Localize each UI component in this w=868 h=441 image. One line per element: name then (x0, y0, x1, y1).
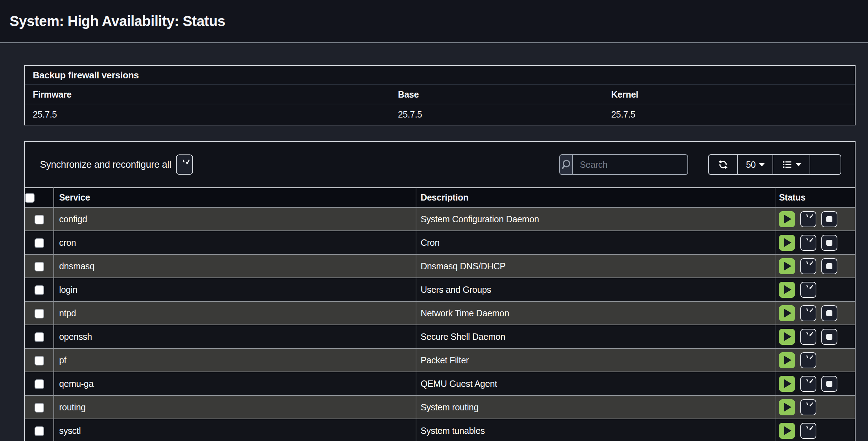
service-name: sysctl (54, 419, 416, 441)
caret-down-icon (796, 163, 801, 166)
service-description: System Configuration Daemon (416, 207, 775, 231)
service-description: Cron (416, 231, 775, 254)
row-checkbox[interactable] (35, 238, 44, 248)
start-service-button[interactable] (779, 282, 795, 298)
select-all-checkbox[interactable] (25, 193, 35, 203)
service-name: qemu-ga (54, 372, 416, 395)
rotate-right-icon (180, 160, 189, 170)
search-input[interactable] (573, 155, 688, 174)
services-table-body: configd System Configuration Daemon (25, 207, 855, 441)
stop-icon (826, 263, 832, 269)
grid-button-group: 50 (708, 154, 841, 175)
start-service-button[interactable] (779, 305, 795, 321)
rotate-right-icon (804, 214, 813, 224)
services-table: Service Description Status configd Syste… (25, 187, 855, 441)
stop-service-button[interactable] (821, 258, 837, 274)
restart-service-button[interactable] (800, 423, 816, 439)
column-header-status: Status (775, 188, 855, 207)
versions-value-kernel: 25.7.5 (603, 104, 855, 125)
toolbar-empty-segment (810, 155, 841, 174)
restart-service-button[interactable] (800, 258, 816, 274)
service-name: pf (54, 348, 416, 372)
play-icon (784, 426, 791, 435)
stop-icon (826, 334, 832, 340)
stop-icon (826, 310, 832, 316)
start-service-button[interactable] (779, 329, 795, 345)
start-service-button[interactable] (779, 423, 795, 439)
service-name: routing (54, 395, 416, 419)
page-header: System: High Availability: Status (0, 0, 868, 43)
restart-service-button[interactable] (800, 376, 816, 392)
versions-value-firmware: 25.7.5 (25, 104, 390, 125)
service-name: dnsmasq (54, 254, 416, 278)
play-icon (784, 262, 791, 270)
list-icon (782, 160, 792, 170)
play-icon (784, 403, 791, 411)
services-panel: Synchronize and reconfigure all (24, 141, 856, 441)
row-checkbox[interactable] (35, 379, 44, 389)
rotate-right-icon (804, 238, 813, 247)
stop-service-button[interactable] (821, 329, 837, 345)
row-checkbox[interactable] (35, 215, 44, 224)
versions-panel: Backup firewall versions Firmware Base K… (24, 65, 856, 125)
restart-service-button[interactable] (800, 235, 816, 251)
column-header-service[interactable]: Service (54, 188, 416, 207)
play-icon (784, 215, 791, 223)
rotate-right-icon (804, 356, 813, 365)
rotate-right-icon (804, 308, 813, 318)
rotate-right-icon (804, 261, 813, 271)
restart-service-button[interactable] (800, 282, 816, 298)
rotate-right-icon (804, 403, 813, 412)
table-row: configd System Configuration Daemon (25, 207, 855, 231)
versions-value-base: 25.7.5 (390, 104, 603, 125)
restart-service-button[interactable] (800, 352, 816, 368)
start-service-button[interactable] (779, 399, 795, 415)
search-box (559, 154, 688, 175)
restart-service-button[interactable] (800, 329, 816, 345)
stop-icon (826, 381, 832, 387)
caret-down-icon (759, 163, 765, 166)
service-description: Dnsmasq DNS/DHCP (416, 254, 775, 278)
play-icon (784, 238, 791, 247)
table-row: cron Cron (25, 231, 855, 254)
stop-service-button[interactable] (821, 305, 837, 321)
sync-all-label: Synchronize and reconfigure all (40, 159, 171, 170)
row-checkbox[interactable] (35, 426, 44, 436)
row-checkbox[interactable] (35, 403, 44, 413)
start-service-button[interactable] (779, 352, 795, 368)
start-service-button[interactable] (779, 258, 795, 274)
restart-service-button[interactable] (800, 305, 816, 321)
stop-icon (826, 216, 832, 222)
service-description: Packet Filter (416, 348, 775, 372)
start-service-button[interactable] (779, 211, 795, 227)
row-checkbox[interactable] (35, 285, 44, 295)
play-icon (784, 285, 791, 294)
restart-service-button[interactable] (800, 211, 816, 227)
column-header-description[interactable]: Description (416, 188, 775, 207)
service-name: cron (54, 231, 416, 254)
service-description: System tunables (416, 419, 775, 441)
row-checkbox[interactable] (35, 332, 44, 342)
service-description: Users and Groups (416, 278, 775, 301)
sync-all-button[interactable] (176, 155, 193, 175)
start-service-button[interactable] (779, 235, 795, 251)
versions-panel-title: Backup firewall versions (25, 66, 855, 85)
column-selector-dropdown[interactable] (773, 155, 810, 174)
rotate-right-icon (804, 332, 813, 341)
stop-service-button[interactable] (821, 235, 837, 251)
restart-service-button[interactable] (800, 399, 816, 415)
sync-arrows-icon (718, 159, 728, 170)
row-checkbox[interactable] (35, 356, 44, 365)
row-checkbox[interactable] (35, 262, 44, 271)
page-size-dropdown[interactable]: 50 (738, 155, 773, 174)
stop-service-button[interactable] (821, 211, 837, 227)
table-row: dnsmasq Dnsmasq DNS/DHCP (25, 254, 855, 278)
table-row: login Users and Groups (25, 278, 855, 301)
start-service-button[interactable] (779, 376, 795, 392)
refresh-grid-button[interactable] (709, 155, 738, 174)
row-checkbox[interactable] (35, 309, 44, 318)
stop-service-button[interactable] (821, 376, 837, 392)
service-description: System routing (416, 395, 775, 419)
table-row: sysctl System tunables (25, 419, 855, 441)
play-icon (784, 356, 791, 364)
